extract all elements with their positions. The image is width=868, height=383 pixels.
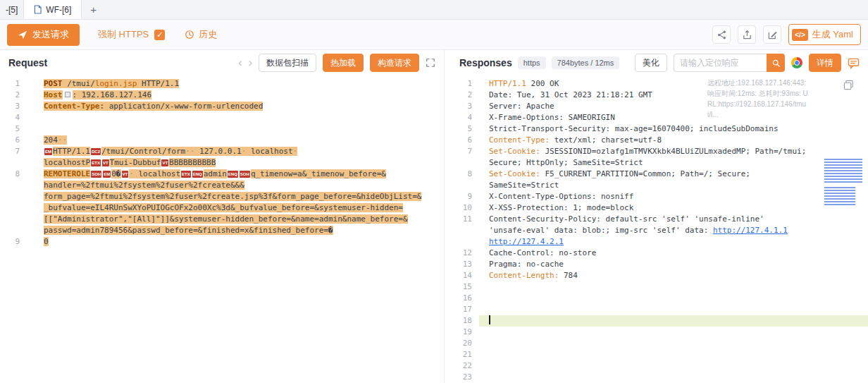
panels: Request ‹ › 数据包扫描 热加载 构造请求 1POST /tmui/l… bbox=[0, 50, 868, 383]
beautify-button[interactable]: 美化 bbox=[635, 54, 667, 72]
editor-line-14[interactable]: 14Content-Length: 784 bbox=[451, 270, 868, 281]
editor-line-6[interactable]: 6Content-Type: text/xml; charset=utf-8 bbox=[451, 135, 868, 146]
line-content[interactable]: 0 bbox=[31, 236, 444, 248]
line-content[interactable]: Date: Tue, 31 Oct 2023 21:18:21 GMT bbox=[479, 90, 868, 101]
code-token: 192.168.127.146 bbox=[82, 90, 151, 99]
editor-line-20[interactable]: 20 bbox=[451, 338, 868, 349]
code-token: ·· bbox=[58, 135, 67, 145]
line-content[interactable] bbox=[479, 304, 868, 315]
tab-overflow[interactable]: -[5] bbox=[0, 0, 23, 19]
add-tab-button[interactable]: + bbox=[82, 0, 105, 19]
response-editor[interactable]: 1HTTP/1.1 200 OK2Date: Tue, 31 Oct 2023 … bbox=[451, 75, 868, 383]
line-number: 6 bbox=[0, 135, 31, 146]
line-content[interactable] bbox=[479, 293, 868, 304]
line-content[interactable] bbox=[479, 327, 868, 338]
editor-line-3[interactable]: 3Content-Type: application/x-www-form-ur… bbox=[0, 101, 444, 112]
line-content[interactable]: POST /tmui/login.jsp HTTP/1.1 bbox=[31, 78, 444, 90]
line-content[interactable]: X-Content-Type-Options: nosniff bbox=[479, 191, 868, 202]
editor-line-8[interactable]: 8REMOTEROLESOHEM0�VT· localhostETXENQadm… bbox=[0, 169, 444, 236]
next-request-arrow[interactable]: › bbox=[249, 57, 252, 68]
construct-request-button[interactable]: 构造请求 bbox=[370, 54, 419, 72]
line-number: 8 bbox=[451, 169, 479, 191]
editor-line-2[interactable]: 2Host: 192.168.127.146 bbox=[0, 90, 444, 101]
search-button[interactable] bbox=[767, 54, 785, 72]
editor-line-23[interactable]: 23 bbox=[451, 372, 868, 383]
editor-line-22[interactable]: 22 bbox=[451, 360, 868, 372]
editor-line-5[interactable]: 5 bbox=[0, 123, 444, 135]
line-number: 10 bbox=[451, 202, 479, 214]
line-content[interactable] bbox=[31, 123, 444, 135]
code-token: 127.0.0.1 bbox=[194, 147, 241, 156]
tab-webfuzzer[interactable]: WF-[6] bbox=[23, 0, 82, 19]
send-request-button[interactable]: 发送请求 bbox=[7, 24, 80, 46]
editor-line-10[interactable]: 10X-XSS-Protection: 1; mode=block bbox=[451, 202, 868, 214]
line-content[interactable]: X-Frame-Options: SAMEORIGIN bbox=[479, 112, 868, 123]
line-content[interactable]: HTTP/1.1 200 OK bbox=[479, 78, 868, 90]
search-input[interactable] bbox=[674, 54, 767, 72]
line-content[interactable]: Host: 192.168.127.146 bbox=[31, 90, 444, 101]
clock-icon bbox=[185, 30, 194, 39]
request-editor[interactable]: 1POST /tmui/login.jsp HTTP/1.12Host: 192… bbox=[0, 75, 444, 383]
line-content[interactable]: EMHTTP/1.1DC2/tmui/Control/form·· 127.0.… bbox=[31, 146, 444, 169]
history-button[interactable]: 历史 bbox=[185, 28, 217, 41]
editor-line-9[interactable]: 90 bbox=[0, 236, 444, 248]
line-content[interactable]: Server: Apache bbox=[479, 101, 868, 112]
code-token: · bbox=[293, 147, 298, 156]
packet-scan-button[interactable]: 数据包扫描 bbox=[259, 54, 316, 72]
line-number: 18 bbox=[451, 315, 479, 327]
editor-line-12[interactable]: 12Cache-Control: no-store bbox=[451, 248, 868, 259]
editor-line-6[interactable]: 6204·· bbox=[0, 135, 444, 146]
editor-line-9[interactable]: 9X-Content-Type-Options: nosniff bbox=[451, 191, 868, 202]
generate-yaml-button[interactable]: </> 生成 Yaml bbox=[788, 24, 861, 45]
editor-line-4[interactable]: 4 bbox=[0, 112, 444, 123]
editor-line-19[interactable]: 19 bbox=[451, 327, 868, 338]
editor-line-15[interactable]: 15 bbox=[451, 281, 868, 293]
line-content[interactable] bbox=[479, 338, 868, 349]
line-content[interactable]: Content-Type: text/xml; charset=utf-8 bbox=[479, 135, 868, 146]
details-button[interactable]: 详情 bbox=[809, 54, 841, 72]
layers-icon bbox=[843, 80, 854, 90]
line-content[interactable] bbox=[479, 360, 868, 372]
code-token: 0 bbox=[44, 237, 49, 246]
line-content[interactable]: Content-Type: application/x-www-form-url… bbox=[31, 101, 444, 112]
editor-line-11[interactable]: 11Content-Security-Policy: default-src '… bbox=[451, 214, 868, 248]
line-content[interactable]: Pragma: no-cache bbox=[479, 259, 868, 270]
line-content[interactable]: Content-Security-Policy: default-src 'se… bbox=[479, 214, 868, 248]
edit-button[interactable] bbox=[763, 25, 781, 44]
line-content[interactable]: Content-Length: 784 bbox=[479, 270, 868, 281]
line-content[interactable]: REMOTEROLESOHEM0�VT· localhostETXENQadmi… bbox=[31, 169, 444, 236]
hot-reload-button[interactable]: 热加载 bbox=[323, 54, 364, 72]
editor-line-8[interactable]: 8Set-Cookie: F5_CURRENT_PARTITION=Common… bbox=[451, 169, 868, 191]
line-content[interactable] bbox=[479, 372, 868, 383]
chrome-icon[interactable] bbox=[791, 57, 802, 68]
line-content[interactable]: 204·· bbox=[31, 135, 444, 146]
line-content[interactable] bbox=[31, 112, 444, 123]
line-content[interactable] bbox=[479, 349, 868, 360]
prev-request-arrow[interactable]: ‹ bbox=[238, 57, 242, 68]
force-https-checkbox[interactable]: ✓ bbox=[154, 30, 165, 40]
line-content[interactable] bbox=[479, 281, 868, 293]
response-title: Responses bbox=[459, 57, 512, 68]
line-content[interactable]: X-XSS-Protection: 1; mode=block bbox=[479, 202, 868, 214]
line-content[interactable]: Set-Cookie: JSESSIONID=ozlafg1mTMVKXkbk4… bbox=[479, 146, 868, 169]
editor-line-21[interactable]: 21 bbox=[451, 349, 868, 360]
editor-line-16[interactable]: 16 bbox=[451, 293, 868, 304]
editor-line-18[interactable]: 18 bbox=[451, 315, 868, 327]
request-title: Request bbox=[8, 57, 47, 68]
minimap[interactable] bbox=[824, 159, 865, 205]
editor-line-7[interactable]: 7EMHTTP/1.1DC2/tmui/Control/form·· 127.0… bbox=[0, 146, 444, 169]
line-content[interactable]: Cache-Control: no-store bbox=[479, 248, 868, 259]
line-content[interactable] bbox=[479, 315, 868, 327]
editor-line-7[interactable]: 7Set-Cookie: JSESSIONID=ozlafg1mTMVKXkbk… bbox=[451, 146, 868, 169]
editor-line-13[interactable]: 13Pragma: no-cache bbox=[451, 259, 868, 270]
editor-line-5[interactable]: 5Strict-Transport-Security: max-age=1607… bbox=[451, 123, 868, 135]
export-button[interactable] bbox=[738, 25, 756, 44]
editor-line-1[interactable]: 1POST /tmui/login.jsp HTTP/1.1 bbox=[0, 78, 444, 90]
editor-line-17[interactable]: 17 bbox=[451, 304, 868, 315]
share-button[interactable] bbox=[712, 25, 731, 44]
line-content[interactable]: Set-Cookie: F5_CURRENT_PARTITION=Common;… bbox=[479, 169, 868, 191]
panel-divider[interactable] bbox=[444, 50, 451, 383]
line-content[interactable]: Strict-Transport-Security: max-age=16070… bbox=[479, 123, 868, 135]
chat-icon[interactable] bbox=[848, 57, 860, 69]
fullscreen-icon[interactable] bbox=[426, 58, 435, 68]
